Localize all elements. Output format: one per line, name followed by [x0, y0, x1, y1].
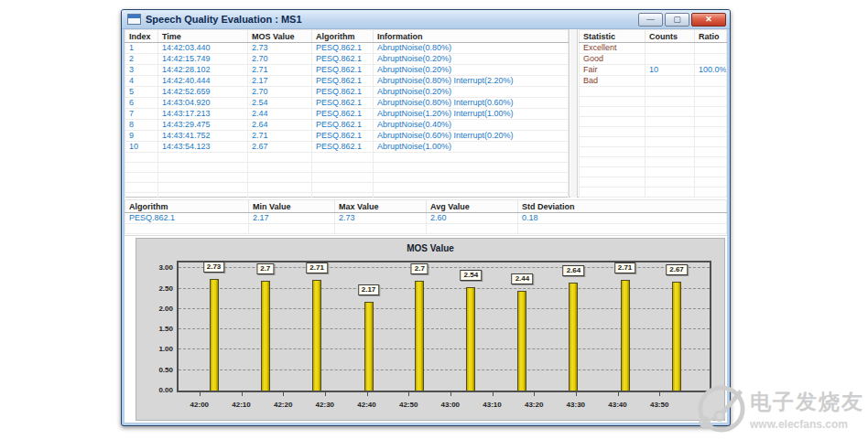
- table-cell: [695, 147, 727, 157]
- table-cell: 14:42:40.444: [158, 76, 248, 87]
- stat-ratio-cell: [695, 43, 727, 54]
- bar-value-label: 2.71: [306, 262, 328, 273]
- column-header[interactable]: Information: [374, 30, 569, 43]
- results-area: IndexTimeMOS ValueAlgorithmInformation 1…: [125, 29, 727, 198]
- empty-row: [125, 153, 569, 163]
- x-tick-mark: [618, 392, 619, 396]
- table-cell: 2.70: [248, 54, 312, 65]
- empty-row: [580, 97, 727, 107]
- vertical-splitter[interactable]: [570, 29, 578, 198]
- stat-name-cell: Fair: [580, 65, 646, 76]
- window-icon[interactable]: [127, 14, 141, 25]
- table-row[interactable]: 314:42:28.1022.71PESQ.862.1AbruptNoise(0…: [125, 65, 569, 76]
- table-cell: 2.17: [249, 213, 335, 224]
- column-header[interactable]: Algorithm: [125, 200, 249, 213]
- column-header[interactable]: Std Deviation: [518, 200, 727, 213]
- table-cell: [158, 153, 248, 163]
- table-cell: 2.73: [335, 213, 427, 224]
- maximize-button-icon[interactable]: ▢: [665, 13, 689, 27]
- table-cell: [427, 224, 518, 234]
- table-cell: AbruptNoise(0.80%): [374, 43, 569, 54]
- table-cell: 14:42:28.102: [158, 65, 248, 76]
- table-cell: 2.73: [248, 43, 312, 54]
- x-tick-mark: [534, 392, 535, 396]
- table-cell: PESQ.862.1: [312, 120, 374, 131]
- x-axis-label: 42:40: [357, 401, 375, 409]
- table-row[interactable]: 514:42:52.6592.70PESQ.862.1AbruptNoise(0…: [125, 87, 569, 98]
- x-tick-mark: [283, 392, 284, 396]
- x-tick-mark: [200, 392, 201, 396]
- stat-row[interactable]: Bad: [580, 76, 727, 87]
- table-cell: [312, 183, 374, 193]
- table-cell: AbruptNoise(0.40%): [374, 120, 569, 131]
- table-row[interactable]: 414:42:40.4442.17PESQ.862.1AbruptNoise(0…: [125, 76, 569, 87]
- summary-row[interactable]: PESQ.862.12.172.732.600.18: [125, 213, 727, 224]
- stat-row[interactable]: Fair10100.0%: [580, 65, 727, 76]
- stat-ratio-cell: [695, 76, 727, 87]
- table-cell: [580, 87, 646, 97]
- minimize-button-icon[interactable]: —: [638, 13, 663, 27]
- table-cell: AbruptNoise(0.80%) Interrupt(2.20%): [374, 76, 569, 87]
- table-cell: AbruptNoise(0.20%): [374, 65, 569, 76]
- table-cell: [312, 153, 374, 163]
- stat-name-cell: Excellent: [580, 43, 646, 54]
- table-cell: [580, 167, 646, 177]
- main-table-header-row: IndexTimeMOS ValueAlgorithmInformation: [125, 30, 569, 43]
- stat-counts-cell: [646, 43, 695, 54]
- table-row[interactable]: 214:42:15.7492.70PESQ.862.1AbruptNoise(0…: [125, 54, 569, 65]
- table-cell: [374, 173, 569, 183]
- table-cell: [518, 224, 727, 234]
- table-cell: [646, 117, 695, 127]
- column-header[interactable]: Algorithm: [312, 30, 374, 43]
- table-cell: 2: [125, 54, 158, 65]
- table-cell: PESQ.862.1: [312, 43, 374, 54]
- column-header[interactable]: Max Value: [335, 200, 427, 213]
- x-axis-label: 42:00: [190, 401, 209, 409]
- stat-row[interactable]: Good: [580, 54, 727, 65]
- table-cell: PESQ.862.1: [312, 142, 374, 153]
- column-header[interactable]: Time: [158, 30, 248, 43]
- table-cell: [580, 147, 646, 157]
- summary-table: AlgorithmMin ValueMax ValueAvg ValueStd …: [125, 199, 727, 236]
- empty-row: [580, 107, 727, 117]
- column-header[interactable]: MOS Value: [248, 30, 312, 43]
- close-button-icon[interactable]: ✕: [691, 13, 726, 27]
- table-cell: 14:43:04.920: [158, 98, 248, 109]
- column-header[interactable]: Statistic: [580, 30, 646, 43]
- table-cell: 7: [125, 109, 158, 120]
- column-header[interactable]: Counts: [646, 30, 695, 43]
- empty-row: [580, 198, 727, 198]
- empty-row: [580, 87, 727, 97]
- table-row[interactable]: 914:43:41.7522.71PESQ.862.1AbruptNoise(0…: [125, 131, 569, 142]
- table-row[interactable]: 614:43:04.9202.54PESQ.862.1AbruptNoise(0…: [125, 98, 569, 109]
- empty-row: [580, 147, 727, 157]
- measurement-table: IndexTimeMOS ValueAlgorithmInformation 1…: [125, 29, 570, 198]
- summary-table-header-row: AlgorithmMin ValueMax ValueAvg ValueStd …: [125, 200, 727, 213]
- gridline: [179, 328, 710, 329]
- table-cell: [695, 87, 727, 97]
- table-row[interactable]: 114:42:03.4402.73PESQ.862.1AbruptNoise(0…: [125, 43, 569, 54]
- stat-counts-cell: 10: [646, 65, 695, 76]
- table-cell: [374, 183, 569, 193]
- column-header[interactable]: Avg Value: [427, 200, 518, 213]
- stats-table-header-row: StatisticCountsRatio: [580, 30, 727, 43]
- empty-row: [580, 167, 727, 177]
- column-header[interactable]: Ratio: [695, 30, 727, 43]
- table-cell: 14:42:03.440: [158, 43, 248, 54]
- column-header[interactable]: Index: [125, 30, 158, 43]
- table-row[interactable]: 1014:43:54.1232.67PESQ.862.1AbruptNoise(…: [125, 142, 569, 153]
- x-tick-mark: [493, 392, 494, 396]
- x-tick-mark: [659, 392, 660, 396]
- table-cell: 2.17: [248, 76, 312, 87]
- empty-row: [125, 183, 569, 193]
- stat-row[interactable]: Excellent: [580, 43, 727, 54]
- x-axis-label: 43:40: [608, 401, 626, 409]
- bar: [312, 280, 321, 391]
- table-cell: [695, 107, 727, 117]
- titlebar[interactable]: Speech Quality Evaluation : MS1 — ▢ ✕: [122, 10, 730, 29]
- empty-row: [580, 137, 727, 147]
- table-row[interactable]: 814:43:29.4752.64PESQ.862.1AbruptNoise(0…: [125, 120, 569, 131]
- x-tick-mark: [576, 392, 577, 396]
- table-row[interactable]: 714:43:17.2132.44PESQ.862.1AbruptNoise(1…: [125, 109, 569, 120]
- column-header[interactable]: Min Value: [249, 200, 335, 213]
